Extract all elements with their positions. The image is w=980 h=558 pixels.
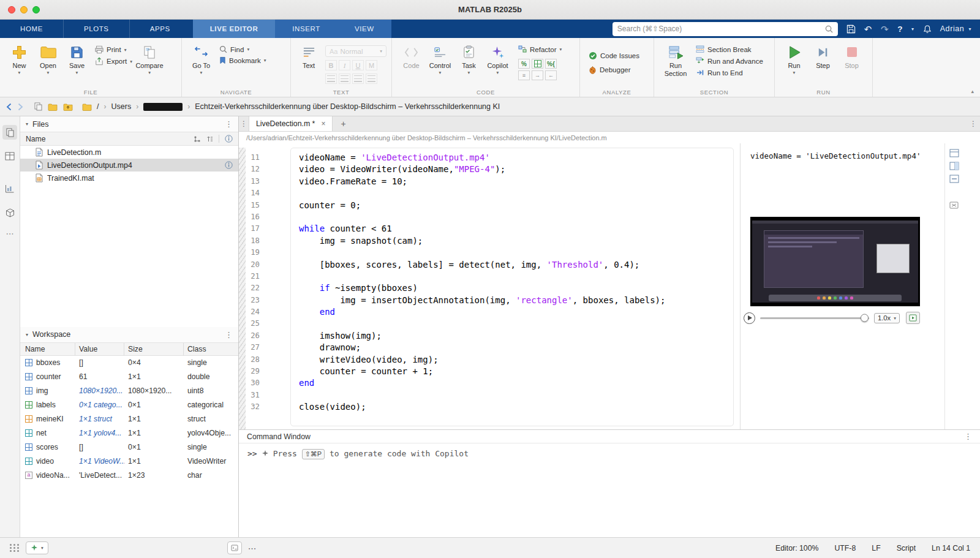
- video-scrubber[interactable]: [760, 317, 869, 319]
- sort-files-icon[interactable]: [206, 135, 213, 143]
- decrease-indent-button2[interactable]: ←: [545, 70, 557, 80]
- line-ending-status[interactable]: LF: [872, 544, 880, 552]
- tab-view[interactable]: VIEW: [337, 20, 391, 38]
- compare-button[interactable]: Compare ▾: [132, 42, 167, 75]
- italic-button[interactable]: I: [339, 60, 350, 70]
- forward-button[interactable]: [18, 103, 23, 111]
- code-line[interactable]: 17while counter < 61: [239, 223, 740, 235]
- notifications-bell-icon[interactable]: [923, 25, 932, 34]
- code-line[interactable]: 25: [239, 318, 740, 330]
- workspace-row[interactable]: scores[]0×1single: [20, 440, 238, 454]
- code-line[interactable]: 16: [239, 211, 740, 223]
- code-line[interactable]: 20 [bboxes, scores, labels] = detect(net…: [239, 259, 740, 271]
- tab-insert[interactable]: INSERT: [275, 20, 337, 38]
- underline-button[interactable]: U: [352, 60, 364, 70]
- code-issues-button[interactable]: Code Issues: [589, 51, 639, 60]
- workspace-panel-icon[interactable]: [2, 149, 17, 164]
- run-and-advance-button[interactable]: Run and Advance: [696, 57, 763, 65]
- file-row[interactable]: TrainedKI.mat: [20, 172, 238, 184]
- command-window-menu-icon[interactable]: ⋮: [964, 432, 972, 441]
- code-line[interactable]: 30end: [239, 377, 740, 389]
- bookmark-button[interactable]: Bookmark ▾: [219, 56, 266, 64]
- open-video-button[interactable]: [906, 312, 920, 324]
- workspace-row[interactable]: bboxes[]0×4single: [20, 356, 238, 370]
- breadcrumb-redacted-segment[interactable]: [143, 103, 183, 111]
- breadcrumb-users[interactable]: Users: [111, 102, 131, 111]
- editor-zoom-status[interactable]: Editor: 100%: [775, 544, 818, 552]
- code-line[interactable]: 13video.FrameRate = 10;: [239, 176, 740, 187]
- code-line[interactable]: 19: [239, 247, 740, 258]
- files-menu-icon[interactable]: ⋮: [225, 119, 233, 129]
- code-line[interactable]: 14: [239, 187, 740, 199]
- tab-live-editor[interactable]: LIVE EDITOR: [193, 20, 276, 38]
- search-input[interactable]: [617, 25, 821, 33]
- workspace-row[interactable]: img1080×1920...1080×1920...uint8: [20, 384, 238, 398]
- new-tab-button[interactable]: +: [333, 116, 353, 131]
- workspace-row[interactable]: net1×1 yolov4...1×1yolov4Obje...: [20, 426, 238, 440]
- zoom-window-button[interactable]: [32, 6, 40, 13]
- layout-grid-icon[interactable]: [10, 544, 20, 552]
- export-button[interactable]: Export ▾: [95, 57, 132, 66]
- column-header-name[interactable]: Name: [20, 343, 75, 355]
- refactor-button[interactable]: Refactor ▾: [518, 45, 562, 53]
- debugger-button[interactable]: Debugger: [589, 66, 639, 74]
- cursor-position-status[interactable]: Ln 14 Col 1: [932, 544, 970, 552]
- collapse-ribbon-icon[interactable]: ▴: [971, 88, 974, 94]
- figures-panel-icon[interactable]: [2, 181, 17, 196]
- scrubber-thumb[interactable]: [861, 314, 869, 322]
- command-window-body[interactable]: >> Press ⇧⌘P to generate code with Copil…: [239, 443, 980, 537]
- undo-icon[interactable]: ↶: [864, 25, 872, 34]
- search-box[interactable]: [612, 22, 838, 36]
- workspace-panel-header[interactable]: ▾ Workspace ⋮: [20, 327, 238, 342]
- save-button[interactable]: Save ▾: [62, 42, 91, 75]
- encoding-status[interactable]: UTF-8: [834, 544, 856, 552]
- terminal-toggle-button[interactable]: [227, 541, 242, 554]
- close-tab-icon[interactable]: ×: [321, 119, 325, 128]
- info-icon[interactable]: [225, 161, 233, 169]
- addons-panel-icon[interactable]: [2, 205, 17, 220]
- layout-right-icon[interactable]: [949, 162, 959, 170]
- code-line[interactable]: 31: [239, 390, 740, 401]
- tab-bar-overflow-icon[interactable]: ⋮: [967, 116, 980, 131]
- code-button[interactable]: Code: [397, 42, 426, 70]
- code-line[interactable]: 24 end: [239, 306, 740, 318]
- file-row-selected[interactable]: LiveDetectionOutput.mp4: [20, 159, 238, 172]
- tab-plots[interactable]: PLOTS: [63, 20, 129, 38]
- column-header-value[interactable]: Value: [75, 343, 124, 355]
- run-to-end-button[interactable]: Run to End: [696, 69, 763, 77]
- increase-indent-button[interactable]: →: [532, 70, 543, 80]
- code-line[interactable]: 12video = VideoWriter(videoName,"MPEG-4"…: [239, 164, 740, 175]
- stop-button[interactable]: Stop: [837, 42, 866, 70]
- command-window-header[interactable]: Command Window ⋮: [239, 430, 980, 443]
- copy-path-icon[interactable]: [34, 102, 42, 111]
- workspace-row[interactable]: labels0×1 catego...0×1categorical: [20, 398, 238, 412]
- workspace-menu-icon[interactable]: ⋮: [225, 330, 233, 339]
- breadcrumb-project[interactable]: Echtzeit-Verkehrsschilderkennung über De…: [195, 102, 500, 111]
- playback-speed-select[interactable]: 1.0x ▾: [874, 313, 900, 323]
- files-panel-header[interactable]: ▾ Files ⋮: [20, 116, 238, 132]
- file-row[interactable]: LiveDetection.m: [20, 146, 238, 159]
- more-status-icon[interactable]: ⋯: [248, 543, 257, 553]
- uncomment-button[interactable]: [532, 59, 543, 69]
- quick-access-chevron-icon[interactable]: ▾: [911, 26, 914, 32]
- code-line[interactable]: 28 writeVideo(video, img);: [239, 354, 740, 366]
- tab-home[interactable]: HOME: [0, 20, 63, 38]
- workspace-row[interactable]: videoNa...'LiveDetect...1×23char: [20, 469, 238, 483]
- workspace-row[interactable]: counter611×1double: [20, 370, 238, 384]
- wrap-comments-button[interactable]: %{: [545, 59, 557, 69]
- bold-button[interactable]: B: [325, 60, 337, 70]
- code-line[interactable]: 18 img = snapshot(cam);: [239, 235, 740, 247]
- open-button[interactable]: Open ▾: [34, 42, 62, 75]
- find-button[interactable]: Find ▾: [219, 45, 266, 53]
- numbered-list-button[interactable]: [339, 74, 350, 84]
- layout-inline-icon[interactable]: [949, 149, 959, 157]
- smart-indent-button[interactable]: ≡: [518, 70, 530, 80]
- more-panels-icon[interactable]: ⋯: [6, 229, 14, 238]
- section-break-button[interactable]: Section Break: [696, 45, 763, 53]
- copilot-status-button[interactable]: ▾: [26, 541, 48, 554]
- breadcrumb-root[interactable]: /: [97, 102, 99, 111]
- user-menu[interactable]: Adrian▾: [940, 25, 971, 33]
- control-button[interactable]: Control ▾: [426, 42, 454, 75]
- document-tab[interactable]: LiveDetection.m * ×: [249, 116, 333, 131]
- code-line[interactable]: 21: [239, 271, 740, 282]
